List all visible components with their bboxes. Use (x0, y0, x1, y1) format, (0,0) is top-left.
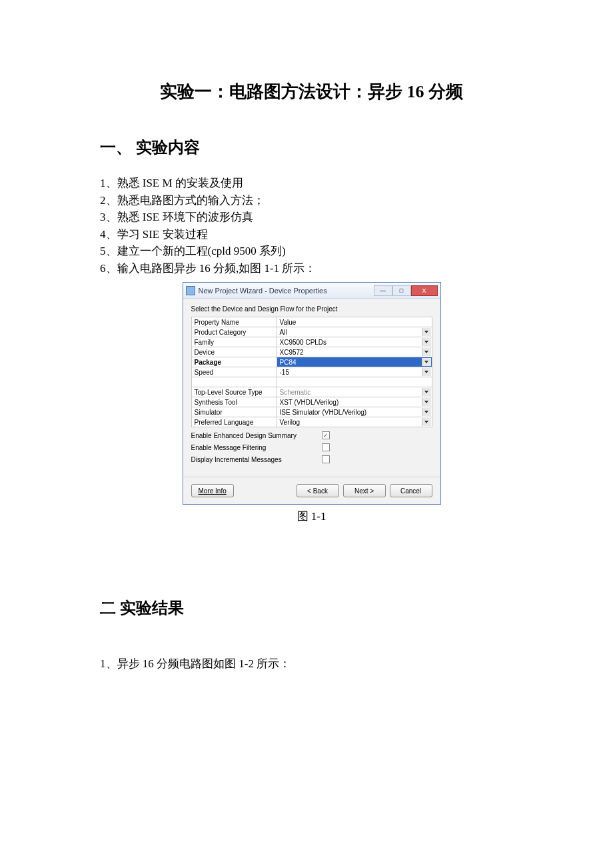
close-button[interactable]: X (411, 285, 438, 296)
column-header-property: Property Name (191, 317, 277, 327)
package-dropdown[interactable]: PC84 (277, 357, 432, 367)
content-line: 2、熟悉电路图方式的输入方法； (100, 192, 523, 209)
table-row: Speed -15 (191, 367, 432, 377)
next-button[interactable]: Next > (343, 484, 386, 497)
dialog-titlebar: New Project Wizard - Device Properties —… (183, 283, 440, 299)
table-row: Package PC84 (191, 357, 432, 367)
content-line: 5、建立一个新的工程(cpld 9500 系列) (100, 243, 523, 260)
incremental-messages-checkbox[interactable] (322, 455, 330, 463)
table-row: Family XC9500 CPLDs (191, 337, 432, 347)
property-name: Simulator (191, 407, 277, 417)
source-type-dropdown[interactable]: Schematic (277, 387, 432, 397)
chevron-down-icon[interactable] (422, 358, 431, 366)
product-category-dropdown[interactable]: All (277, 327, 432, 337)
result-line: 1、异步 16 分频电路图如图 1-2 所示： (100, 655, 523, 673)
figure-caption: 图 1-1 (183, 509, 441, 524)
content-line: 3、熟悉 ISE 环境下的波形仿真 (100, 209, 523, 226)
table-row: Product Category All (191, 327, 432, 337)
checkbox-label: Display Incremental Messages (191, 456, 318, 463)
table-row: Synthesis Tool XST (VHDL/Verilog) (191, 397, 432, 407)
chevron-down-icon[interactable] (422, 408, 431, 416)
content-line: 4、学习 SIE 安装过程 (100, 226, 523, 243)
property-name: Synthesis Tool (191, 397, 277, 407)
section1-heading: 一、 实验内容 (100, 137, 523, 158)
section2-heading: 二 实验结果 (100, 597, 523, 619)
properties-table: Property Name Value Product Category All… (191, 317, 432, 427)
family-dropdown[interactable]: XC9500 CPLDs (277, 337, 432, 347)
preferred-language-dropdown[interactable]: Verilog (277, 417, 432, 427)
checkbox-label: Enable Message Filtering (191, 444, 318, 451)
table-row: Device XC9572 (191, 347, 432, 357)
chevron-down-icon[interactable] (422, 418, 431, 426)
table-row: Preferred Language Verilog (191, 417, 432, 427)
cancel-button[interactable]: Cancel (390, 484, 432, 497)
checkbox-row: Enable Message Filtering (191, 443, 432, 451)
checkbox-row: Enable Enhanced Design Summary ✓ (191, 431, 432, 439)
chevron-down-icon[interactable] (422, 398, 431, 406)
table-row: Top-Level Source Type Schematic (191, 387, 432, 397)
synthesis-tool-dropdown[interactable]: XST (VHDL/Verilog) (277, 397, 432, 407)
chevron-down-icon[interactable] (422, 348, 431, 356)
property-name: Product Category (191, 327, 277, 337)
enhanced-summary-checkbox[interactable]: ✓ (322, 431, 330, 439)
chevron-down-icon[interactable] (422, 328, 431, 336)
maximize-button[interactable]: □ (392, 285, 411, 296)
property-name: Package (191, 357, 277, 367)
speed-dropdown[interactable]: -15 (277, 367, 432, 377)
chevron-down-icon[interactable] (422, 338, 431, 346)
back-button[interactable]: < Back (297, 484, 339, 497)
chevron-down-icon[interactable] (422, 388, 431, 396)
checkbox-label: Enable Enhanced Design Summary (191, 432, 318, 439)
property-name: Family (191, 337, 277, 347)
more-info-button[interactable]: More Info (191, 484, 234, 497)
simulator-dropdown[interactable]: ISE Simulator (VHDL/Verilog) (277, 407, 432, 417)
chevron-down-icon[interactable] (422, 368, 431, 376)
app-icon (186, 286, 195, 295)
content-line: 6、输入电路图异步 16 分频,如图 1-1 所示： (100, 260, 523, 277)
checkbox-row: Display Incremental Messages (191, 455, 432, 463)
message-filtering-checkbox[interactable] (322, 443, 330, 451)
column-header-value: Value (277, 317, 432, 327)
minimize-button[interactable]: — (374, 285, 392, 296)
page-title: 实验一：电路图方法设计：异步 16 分频 (100, 80, 523, 103)
dialog-title: New Project Wizard - Device Properties (199, 287, 374, 295)
device-dropdown[interactable]: XC9572 (277, 347, 432, 357)
property-name: Device (191, 347, 277, 357)
table-row: Simulator ISE Simulator (VHDL/Verilog) (191, 407, 432, 417)
property-name: Top-Level Source Type (191, 387, 277, 397)
property-name: Speed (191, 367, 277, 377)
property-name: Preferred Language (191, 417, 277, 427)
dialog-instruction: Select the Device and Design Flow for th… (191, 305, 432, 313)
device-properties-dialog: New Project Wizard - Device Properties —… (183, 282, 441, 505)
content-line: 1、熟悉 ISE M 的安装及使用 (100, 175, 523, 192)
